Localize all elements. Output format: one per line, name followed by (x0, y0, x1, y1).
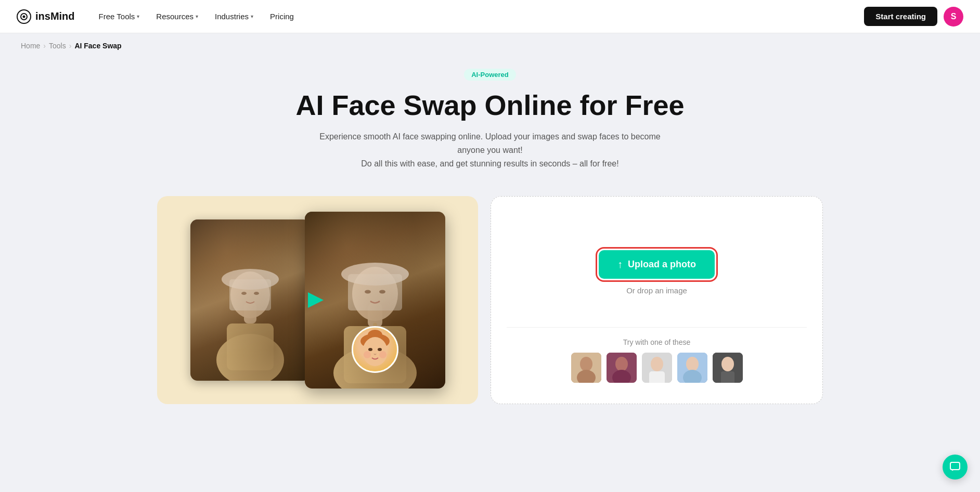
chevron-down-icon: ▾ (196, 14, 198, 19)
chevron-down-icon: ▾ (137, 14, 139, 19)
svg-point-41 (721, 357, 734, 371)
thumb-1-svg (571, 353, 601, 383)
face-circle-svg (353, 328, 397, 371)
avatar[interactable]: S (944, 7, 963, 27)
svg-rect-43 (950, 462, 960, 470)
swap-arrow-icon (304, 286, 332, 314)
chat-bubble-button[interactable] (943, 455, 968, 480)
sample-thumb-2[interactable] (607, 353, 637, 383)
nav-resources[interactable]: Resources ▾ (149, 8, 205, 25)
svg-point-25 (378, 348, 382, 351)
sample-thumb-3[interactable] (642, 353, 672, 383)
upload-area: ↑ Upload a photo Or drop an image (507, 217, 807, 317)
sample-label: Try with one of these (507, 338, 807, 346)
hero-description: Experience smooth AI face swapping onlin… (313, 130, 667, 170)
chat-icon (949, 461, 961, 473)
svg-point-29 (580, 357, 592, 371)
nav-free-tools[interactable]: Free Tools ▾ (92, 8, 147, 25)
breadcrumb-current: AI Face Swap (74, 42, 121, 50)
svg-rect-42 (721, 371, 734, 383)
svg-point-38 (686, 357, 699, 371)
breadcrumb-sep-1: › (43, 42, 46, 50)
svg-marker-10 (308, 292, 324, 308)
svg-point-1 (23, 15, 25, 18)
thumb-5-svg (713, 353, 743, 383)
sample-thumbnails (507, 353, 807, 383)
nav-industries[interactable]: Industries ▾ (208, 8, 261, 25)
nav-pricing[interactable]: Pricing (263, 8, 301, 25)
demo-panel (157, 196, 478, 404)
thumb-4-svg (677, 353, 707, 383)
upload-panel: ↑ Upload a photo Or drop an image Try wi… (491, 196, 823, 404)
upload-photo-button[interactable]: ↑ Upload a photo (599, 250, 715, 279)
logo-icon (17, 9, 31, 24)
logo-text: insMind (35, 10, 75, 22)
chevron-down-icon: ▾ (251, 14, 253, 19)
main-content: ↑ Upload a photo Or drop an image Try wi… (126, 186, 854, 425)
svg-point-35 (651, 357, 663, 371)
img-overlay-left (190, 219, 310, 381)
face-swap-source-circle (352, 326, 398, 373)
svg-point-26 (364, 351, 371, 358)
breadcrumb-sep-2: › (69, 42, 72, 50)
svg-rect-36 (649, 371, 665, 383)
thumb-3-svg (642, 353, 672, 383)
face-circle-inner (353, 328, 397, 371)
drop-text: Or drop an image (626, 286, 687, 295)
navbar: insMind Free Tools ▾ Resources ▾ Industr… (0, 0, 980, 33)
breadcrumb-tools[interactable]: Tools (49, 42, 66, 50)
face-swap-demo (167, 212, 468, 389)
nav-menu: Free Tools ▾ Resources ▾ Industries ▾ Pr… (92, 8, 865, 25)
start-creating-button[interactable]: Start creating (864, 7, 937, 26)
hero-title: AI Face Swap Online for Free (10, 90, 970, 121)
logo[interactable]: insMind (17, 9, 75, 24)
ai-powered-badge: AI-Powered (464, 69, 516, 81)
nav-right: Start creating S (864, 7, 963, 27)
sample-thumb-1[interactable] (571, 353, 601, 383)
upload-icon: ↑ (617, 258, 623, 270)
sample-thumb-4[interactable] (677, 353, 707, 383)
svg-point-32 (615, 357, 628, 371)
hero-section: AI-Powered AI Face Swap Online for Free … (0, 58, 980, 186)
sample-thumb-5[interactable] (713, 353, 743, 383)
svg-point-27 (379, 351, 386, 358)
demo-image-before (190, 219, 310, 381)
thumb-2-svg (607, 353, 637, 383)
breadcrumb: Home › Tools › AI Face Swap (0, 33, 980, 58)
svg-point-24 (368, 348, 372, 351)
sample-section: Try with one of these (507, 327, 807, 383)
breadcrumb-home[interactable]: Home (21, 42, 40, 50)
